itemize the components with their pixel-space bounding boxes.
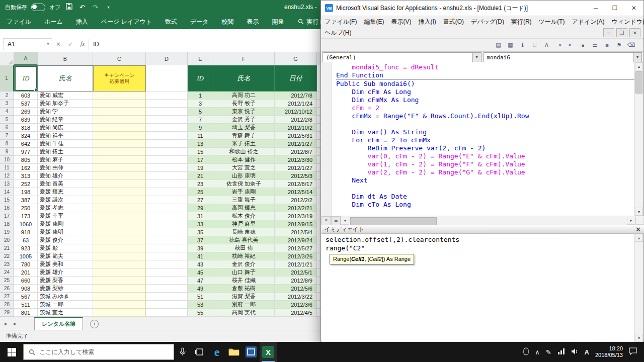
scroll-up-icon[interactable]: ▲ <box>635 62 643 70</box>
cell-C3[interactable] <box>93 100 146 108</box>
cell-F16[interactable]: 高岡 輝恵 <box>213 204 275 212</box>
cell-B12[interactable]: 愛知 雄介 <box>38 172 93 180</box>
cell-B28[interactable]: 茨城 一郎 <box>38 301 93 309</box>
cell-F27[interactable]: 滋賀 梨香 <box>213 293 275 301</box>
cell-D9[interactable] <box>146 148 188 156</box>
row-header-18[interactable]: 18 <box>0 220 14 228</box>
immediate-close-icon[interactable]: ✕ <box>635 226 641 233</box>
row-header-22[interactable]: 22 <box>0 252 14 260</box>
cell-E29[interactable]: 55 <box>188 309 213 317</box>
ribbon-tab-5[interactable]: 数式 <box>158 14 184 29</box>
column-header-E[interactable]: E <box>188 52 213 65</box>
cell-A14[interactable]: 198 <box>14 188 38 196</box>
cell-E26[interactable]: 49 <box>188 285 213 293</box>
cell-B11[interactable]: 愛知 由伸 <box>38 164 93 172</box>
cell-A19[interactable]: 918 <box>14 228 38 236</box>
menu-item-7[interactable]: 実行(R) <box>508 18 535 26</box>
cell-G3[interactable]: 2012/1/24 <box>275 100 317 108</box>
cell-A16[interactable]: 250 <box>14 204 38 212</box>
cell-E12[interactable]: 21 <box>188 172 213 180</box>
menu-item-2[interactable]: 編集(E) <box>360 18 387 26</box>
cell-C12[interactable] <box>93 172 146 180</box>
enter-formula-icon[interactable]: ✓ <box>64 41 76 48</box>
ribbon-tab-8[interactable]: 表示 <box>240 14 266 29</box>
cell-C22[interactable] <box>93 252 146 260</box>
outdent-icon[interactable]: ⇤ <box>566 40 576 50</box>
cell-F1[interactable]: 氏名 <box>213 65 275 92</box>
action-center-icon[interactable] <box>629 347 637 356</box>
uncomment-block-icon[interactable]: ≡ <box>602 40 612 50</box>
cell-E9[interactable]: 15 <box>188 148 213 156</box>
excel-taskbar-icon[interactable]: X <box>260 342 277 362</box>
cell-D2[interactable] <box>146 92 188 100</box>
code-line-11[interactable]: ReDim Preserve var(2, cFm - 2) <box>336 144 635 152</box>
cell-B15[interactable]: 愛媛 謙次 <box>38 196 93 204</box>
cell-A24[interactable]: 201 <box>14 268 38 277</box>
redo-icon[interactable]: ↷ <box>91 4 100 11</box>
cell-C27[interactable] <box>93 293 146 301</box>
cell-B24[interactable]: 愛媛 雄介 <box>38 268 93 277</box>
row-header-11[interactable]: 11 <box>0 164 14 172</box>
new-sheet-icon[interactable]: + <box>90 320 99 328</box>
row-header-5[interactable]: 5 <box>0 116 14 124</box>
cell-C26[interactable] <box>93 285 146 293</box>
cell-D14[interactable] <box>146 188 188 196</box>
cell-E7[interactable]: 11 <box>188 132 213 140</box>
cell-C2[interactable] <box>93 92 146 100</box>
cell-C14[interactable] <box>93 188 146 196</box>
ribbon-tab-2[interactable]: ホーム <box>38 14 69 29</box>
cell-A15[interactable]: 387 <box>14 196 38 204</box>
cell-F9[interactable]: 和歌山 裕之 <box>213 148 275 156</box>
cell-E8[interactable]: 13 <box>188 140 213 148</box>
immediate-window-titlebar[interactable]: イミディエイト ✕ <box>321 225 644 234</box>
cell-E23[interactable]: 43 <box>188 260 213 268</box>
row-header-10[interactable]: 10 <box>0 156 14 164</box>
cell-F5[interactable]: 金沢 秀子 <box>213 116 275 124</box>
parameter-info-icon[interactable]: ⌸ <box>529 40 540 50</box>
cell-D16[interactable] <box>146 204 188 212</box>
ribbon-tab-1[interactable]: ファイル <box>0 14 38 29</box>
list-constants-icon[interactable]: ▦ <box>505 40 516 50</box>
cell-C1[interactable]: キャンペーン 応募適用 <box>93 65 146 92</box>
cell-D11[interactable] <box>146 164 188 172</box>
row-header-26[interactable]: 26 <box>0 285 14 293</box>
show-hidden-icons-chevron[interactable]: ∧ <box>535 348 540 356</box>
cell-D23[interactable] <box>146 260 188 268</box>
cell-G14[interactable]: 2012/5/14 <box>275 188 317 196</box>
cell-B17[interactable]: 愛媛 幸平 <box>38 212 93 220</box>
cell-F11[interactable]: 大宮 宜之 <box>213 164 275 172</box>
hscroll-track[interactable] <box>349 217 627 225</box>
cell-B25[interactable]: 愛媛 梨香 <box>38 277 93 285</box>
code-line-13[interactable]: var(1, cFm - 2) = Range("F" & cFm).Value <box>336 160 635 168</box>
cell-A5[interactable]: 639 <box>14 116 38 124</box>
cell-G20[interactable]: 2012/9/24 <box>275 236 317 244</box>
cell-C29[interactable] <box>93 309 146 317</box>
cell-B2[interactable]: 愛知 威宏 <box>38 92 93 100</box>
cell-A22[interactable]: 1005 <box>14 252 38 260</box>
name-box[interactable]: A1 ▼ <box>3 38 52 50</box>
code-horizontal-scrollbar[interactable]: ≡ ☰ ◄ ► <box>321 216 644 225</box>
cell-E21[interactable]: 39 <box>188 244 213 252</box>
cell-G16[interactable]: 2012/2/21 <box>275 204 317 212</box>
row-header-13[interactable]: 13 <box>0 180 14 188</box>
immediate-line[interactable]: selection.offset(,2).clearcontents <box>326 235 635 244</box>
cell-C7[interactable] <box>93 132 146 140</box>
cell-A12[interactable]: 313 <box>14 172 38 180</box>
cell-G15[interactable]: 2012/2/2 <box>275 196 317 204</box>
cell-D5[interactable] <box>146 116 188 124</box>
row-header-25[interactable]: 25 <box>0 277 14 285</box>
menu-item-1[interactable]: ファイル(F) <box>321 18 360 26</box>
cortana-mic-icon[interactable] <box>174 342 191 362</box>
ribbon-tab-7[interactable]: 校閲 <box>215 14 240 29</box>
cell-D25[interactable] <box>146 277 188 285</box>
code-line-17[interactable]: Dim dt As Date <box>336 193 635 201</box>
cell-E28[interactable]: 53 <box>188 301 213 309</box>
cell-A7[interactable]: 324 <box>14 132 38 140</box>
code-line-9[interactable]: Dim var() As String <box>336 128 635 136</box>
edge-icon[interactable]: e <box>208 342 225 362</box>
hscroll-thumb[interactable] <box>350 217 437 225</box>
cell-A20[interactable]: 63 <box>14 236 38 244</box>
cell-F25[interactable]: 桜井 佳織 <box>213 277 275 285</box>
row-header-28[interactable]: 28 <box>0 301 14 309</box>
procedure-view-icon[interactable]: ≡ <box>321 216 331 225</box>
